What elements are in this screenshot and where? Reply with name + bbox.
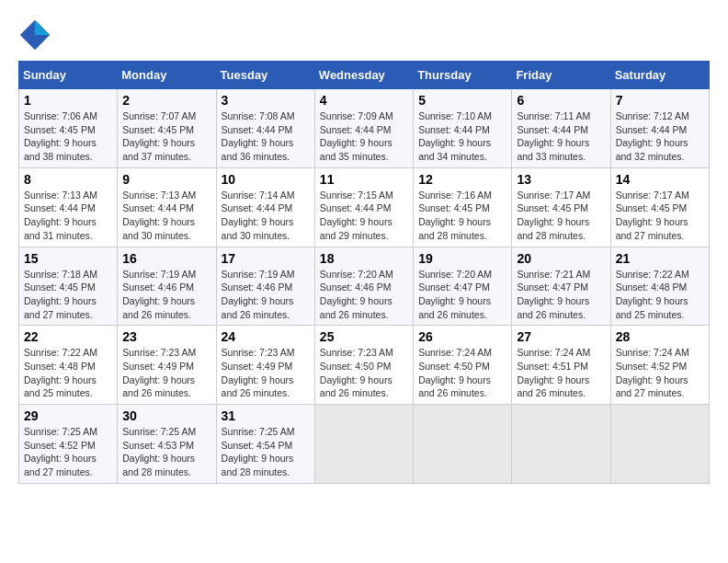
day-info: Sunrise: 7:11 AM Sunset: 4:44 PM Dayligh… xyxy=(517,109,605,164)
weekday-header-wednesday: Wednesday xyxy=(314,62,413,89)
day-info: Sunrise: 7:07 AM Sunset: 4:45 PM Dayligh… xyxy=(122,109,210,164)
calendar-cell: 15Sunrise: 7:18 AM Sunset: 4:45 PM Dayli… xyxy=(19,247,118,326)
week-row-4: 22Sunrise: 7:22 AM Sunset: 4:48 PM Dayli… xyxy=(19,326,710,405)
day-info: Sunrise: 7:16 AM Sunset: 4:45 PM Dayligh… xyxy=(418,189,506,243)
day-info: Sunrise: 7:15 AM Sunset: 4:44 PM Dayligh… xyxy=(320,189,408,243)
calendar-cell xyxy=(414,405,512,484)
weekday-header-saturday: Saturday xyxy=(610,62,709,89)
calendar-cell: 13Sunrise: 7:17 AM Sunset: 4:45 PM Dayli… xyxy=(512,167,610,247)
calendar-cell xyxy=(610,405,709,484)
logo-icon xyxy=(18,18,51,52)
calendar-cell: 11Sunrise: 7:15 AM Sunset: 4:44 PM Dayli… xyxy=(314,167,413,247)
day-info: Sunrise: 7:23 AM Sunset: 4:50 PM Dayligh… xyxy=(320,346,408,400)
svg-marker-1 xyxy=(35,20,50,35)
calendar-cell: 17Sunrise: 7:19 AM Sunset: 4:46 PM Dayli… xyxy=(216,247,314,326)
day-number: 4 xyxy=(320,93,408,108)
day-info: Sunrise: 7:18 AM Sunset: 4:45 PM Dayligh… xyxy=(24,268,112,322)
calendar-cell: 4Sunrise: 7:09 AM Sunset: 4:44 PM Daylig… xyxy=(314,89,413,168)
calendar-cell: 30Sunrise: 7:25 AM Sunset: 4:53 PM Dayli… xyxy=(118,405,216,484)
day-info: Sunrise: 7:25 AM Sunset: 4:53 PM Dayligh… xyxy=(122,425,210,479)
weekday-header-sunday: Sunday xyxy=(19,62,118,89)
calendar-cell: 8Sunrise: 7:13 AM Sunset: 4:44 PM Daylig… xyxy=(19,167,118,247)
day-info: Sunrise: 7:13 AM Sunset: 4:44 PM Dayligh… xyxy=(122,189,210,243)
day-number: 25 xyxy=(320,329,408,344)
day-info: Sunrise: 7:24 AM Sunset: 4:50 PM Dayligh… xyxy=(418,346,506,400)
day-info: Sunrise: 7:23 AM Sunset: 4:49 PM Dayligh… xyxy=(122,346,210,400)
week-row-5: 29Sunrise: 7:25 AM Sunset: 4:52 PM Dayli… xyxy=(19,405,710,484)
day-number: 18 xyxy=(320,251,408,266)
day-number: 11 xyxy=(320,172,408,187)
day-number: 5 xyxy=(418,93,506,108)
week-row-1: 1Sunrise: 7:06 AM Sunset: 4:45 PM Daylig… xyxy=(19,89,710,168)
calendar-cell: 16Sunrise: 7:19 AM Sunset: 4:46 PM Dayli… xyxy=(118,247,216,326)
calendar-cell: 20Sunrise: 7:21 AM Sunset: 4:47 PM Dayli… xyxy=(512,247,610,326)
day-number: 1 xyxy=(24,93,112,108)
calendar-cell: 5Sunrise: 7:10 AM Sunset: 4:44 PM Daylig… xyxy=(414,89,512,168)
day-number: 17 xyxy=(222,251,310,266)
calendar-cell: 18Sunrise: 7:20 AM Sunset: 4:46 PM Dayli… xyxy=(314,247,413,326)
day-number: 16 xyxy=(122,251,210,266)
day-info: Sunrise: 7:10 AM Sunset: 4:44 PM Dayligh… xyxy=(418,109,506,164)
day-number: 22 xyxy=(24,329,112,344)
calendar-cell xyxy=(314,405,413,484)
calendar-cell: 2Sunrise: 7:07 AM Sunset: 4:45 PM Daylig… xyxy=(118,89,216,168)
day-number: 10 xyxy=(222,172,310,187)
calendar-cell: 1Sunrise: 7:06 AM Sunset: 4:45 PM Daylig… xyxy=(19,89,118,168)
calendar-cell: 9Sunrise: 7:13 AM Sunset: 4:44 PM Daylig… xyxy=(118,167,216,247)
day-info: Sunrise: 7:22 AM Sunset: 4:48 PM Dayligh… xyxy=(24,346,112,400)
day-info: Sunrise: 7:08 AM Sunset: 4:44 PM Dayligh… xyxy=(222,109,310,164)
calendar-cell: 14Sunrise: 7:17 AM Sunset: 4:45 PM Dayli… xyxy=(610,167,709,247)
day-info: Sunrise: 7:09 AM Sunset: 4:44 PM Dayligh… xyxy=(320,109,408,164)
weekday-header-thursday: Thursday xyxy=(414,62,512,89)
calendar-cell: 21Sunrise: 7:22 AM Sunset: 4:48 PM Dayli… xyxy=(610,247,709,326)
day-info: Sunrise: 7:24 AM Sunset: 4:51 PM Dayligh… xyxy=(517,346,605,400)
day-number: 12 xyxy=(418,172,506,187)
day-info: Sunrise: 7:17 AM Sunset: 4:45 PM Dayligh… xyxy=(616,189,704,243)
day-info: Sunrise: 7:23 AM Sunset: 4:49 PM Dayligh… xyxy=(222,346,310,400)
calendar-cell xyxy=(512,405,610,484)
day-number: 30 xyxy=(122,408,210,423)
calendar-cell: 24Sunrise: 7:23 AM Sunset: 4:49 PM Dayli… xyxy=(216,326,314,405)
week-row-3: 15Sunrise: 7:18 AM Sunset: 4:45 PM Dayli… xyxy=(19,247,710,326)
day-number: 14 xyxy=(616,172,704,187)
day-info: Sunrise: 7:22 AM Sunset: 4:48 PM Dayligh… xyxy=(616,268,704,322)
day-info: Sunrise: 7:20 AM Sunset: 4:46 PM Dayligh… xyxy=(320,268,408,322)
day-info: Sunrise: 7:13 AM Sunset: 4:44 PM Dayligh… xyxy=(24,189,112,243)
day-number: 21 xyxy=(616,251,704,266)
day-info: Sunrise: 7:20 AM Sunset: 4:47 PM Dayligh… xyxy=(418,268,506,322)
calendar-cell: 27Sunrise: 7:24 AM Sunset: 4:51 PM Dayli… xyxy=(512,326,610,405)
day-number: 6 xyxy=(517,93,605,108)
day-info: Sunrise: 7:25 AM Sunset: 4:54 PM Dayligh… xyxy=(222,425,310,479)
day-number: 27 xyxy=(517,329,605,344)
calendar-cell: 26Sunrise: 7:24 AM Sunset: 4:50 PM Dayli… xyxy=(414,326,512,405)
weekday-header-monday: Monday xyxy=(118,62,216,89)
calendar-cell: 12Sunrise: 7:16 AM Sunset: 4:45 PM Dayli… xyxy=(414,167,512,247)
weekday-header-row: SundayMondayTuesdayWednesdayThursdayFrid… xyxy=(19,62,710,89)
day-number: 28 xyxy=(616,329,704,344)
day-number: 9 xyxy=(122,172,210,187)
calendar-table: SundayMondayTuesdayWednesdayThursdayFrid… xyxy=(18,61,710,484)
weekday-header-tuesday: Tuesday xyxy=(216,62,314,89)
calendar-cell: 25Sunrise: 7:23 AM Sunset: 4:50 PM Dayli… xyxy=(314,326,413,405)
day-number: 19 xyxy=(418,251,506,266)
calendar-cell: 31Sunrise: 7:25 AM Sunset: 4:54 PM Dayli… xyxy=(216,405,314,484)
calendar-cell: 28Sunrise: 7:24 AM Sunset: 4:52 PM Dayli… xyxy=(610,326,709,405)
day-number: 13 xyxy=(517,172,605,187)
day-info: Sunrise: 7:25 AM Sunset: 4:52 PM Dayligh… xyxy=(24,425,112,479)
day-number: 31 xyxy=(222,408,310,423)
week-row-2: 8Sunrise: 7:13 AM Sunset: 4:44 PM Daylig… xyxy=(19,167,710,247)
calendar-cell: 23Sunrise: 7:23 AM Sunset: 4:49 PM Dayli… xyxy=(118,326,216,405)
calendar-cell: 10Sunrise: 7:14 AM Sunset: 4:44 PM Dayli… xyxy=(216,167,314,247)
day-info: Sunrise: 7:24 AM Sunset: 4:52 PM Dayligh… xyxy=(616,346,704,400)
day-info: Sunrise: 7:19 AM Sunset: 4:46 PM Dayligh… xyxy=(122,268,210,322)
day-info: Sunrise: 7:06 AM Sunset: 4:45 PM Dayligh… xyxy=(24,109,112,164)
calendar-cell: 29Sunrise: 7:25 AM Sunset: 4:52 PM Dayli… xyxy=(19,405,118,484)
day-number: 3 xyxy=(222,93,310,108)
calendar-cell: 3Sunrise: 7:08 AM Sunset: 4:44 PM Daylig… xyxy=(216,89,314,168)
day-number: 24 xyxy=(222,329,310,344)
calendar-cell: 19Sunrise: 7:20 AM Sunset: 4:47 PM Dayli… xyxy=(414,247,512,326)
day-number: 23 xyxy=(122,329,210,344)
calendar-cell: 7Sunrise: 7:12 AM Sunset: 4:44 PM Daylig… xyxy=(610,89,709,168)
day-info: Sunrise: 7:17 AM Sunset: 4:45 PM Dayligh… xyxy=(517,189,605,243)
day-info: Sunrise: 7:14 AM Sunset: 4:44 PM Dayligh… xyxy=(222,189,310,243)
